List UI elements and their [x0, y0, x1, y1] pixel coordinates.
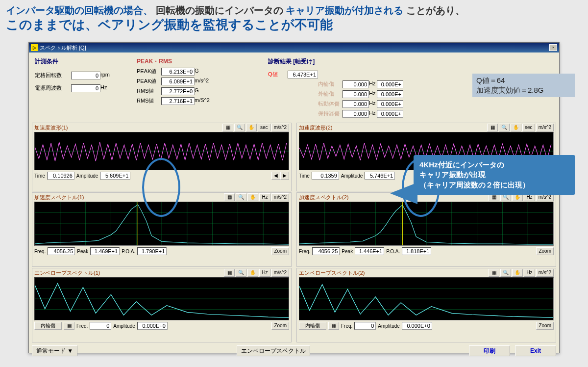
poa-field[interactable]: 1.790E+1 — [137, 247, 167, 255]
palette-icon[interactable]: ▦ — [224, 193, 235, 201]
inner-ring-button[interactable]: 内輪傷 — [299, 322, 326, 330]
peak-label: Peak — [77, 249, 88, 254]
annotation-carrier: 4KHz付近にインバータの キャリア振動が出現 （キャリア周波数の２倍に出現） — [414, 155, 575, 195]
hand-icon[interactable]: ✋ — [246, 124, 257, 131]
plot-envelope-1[interactable] — [34, 277, 289, 320]
chart-envelope-1: エンベロープスペクトル(1) ▦ 🔍 ✋ Hz m/s^2 内輪傷 — [32, 268, 292, 342]
time-label: Time — [34, 173, 45, 179]
annotation-q-line2: 加速度実効値＝2.8G — [476, 85, 571, 95]
headline-part3: キャリア振動が付加される — [286, 5, 403, 16]
zoom-icon[interactable]: 🔍 — [499, 124, 510, 131]
pwr-field[interactable]: 0 — [71, 84, 100, 92]
palette-icon[interactable]: ▦ — [489, 269, 499, 277]
freq-field[interactable]: 0 — [354, 322, 376, 330]
amp-field[interactable]: 5.746E+1 — [365, 172, 395, 180]
headline: インバータ駆動の回転機の場合、 回転機の振動にインバータの キャリア振動が付加さ… — [0, 0, 588, 35]
peak-label: PEAK値 — [137, 78, 161, 85]
freq-field[interactable]: 0 — [90, 322, 111, 330]
inner-ring-button[interactable]: 内輪傷 — [34, 322, 62, 330]
unit-amp-btn[interactable]: m/s^2 — [536, 269, 554, 277]
plot-envelope-2[interactable] — [299, 277, 554, 320]
zoom-button[interactable]: Zoom — [271, 322, 289, 330]
annotation-carrier-line3: （キャリア周波数の２倍に出現） — [419, 180, 569, 190]
diag-hz-field[interactable]: 0.000 — [343, 90, 369, 98]
palette-icon[interactable]: ▦ — [222, 124, 233, 131]
mode-dropdown[interactable]: 通常モード ▼ — [32, 345, 77, 356]
chart-envelope-2: エンベロープスペクトル(2) ▦ 🔍 ✋ Hz m/s^2 内輪傷 — [296, 268, 556, 342]
hand-icon[interactable]: ✋ — [511, 124, 521, 131]
hand-icon[interactable]: ✋ — [247, 269, 258, 277]
nav-left-icon[interactable]: ◀ — [271, 172, 280, 180]
zoom-icon[interactable]: 🔍 — [500, 269, 511, 277]
chart-spectrum-1: 加速度スペクトル(1) ▦ 🔍 ✋ Hz m/s^2 — [32, 192, 292, 267]
unit-amp-btn[interactable]: m/s^2 — [271, 193, 289, 201]
zoom-icon[interactable]: 🔍 — [236, 193, 246, 201]
freq-field[interactable]: 4056.25 — [312, 247, 340, 255]
exit-button[interactable]: Exit — [515, 345, 556, 356]
hand-icon[interactable]: ✋ — [247, 193, 258, 201]
unit-time-btn[interactable]: sec — [522, 124, 535, 131]
diag-amp-field[interactable]: 0.000E+ — [377, 90, 403, 98]
print-button[interactable]: 印刷 — [469, 345, 510, 356]
peak-value-field[interactable]: 6.089E+1 — [161, 78, 195, 85]
diag-amp-field[interactable]: 0.000E+ — [377, 100, 403, 108]
zoom-button[interactable]: Zoom — [271, 247, 289, 255]
nav-right-icon[interactable]: ▶ — [280, 172, 289, 180]
diag-hz-field[interactable]: 0.000 — [343, 100, 369, 108]
close-icon[interactable]: × — [549, 44, 557, 51]
amp-label: Amplitude — [76, 173, 98, 179]
plot-spectrum-2[interactable] — [299, 202, 554, 246]
palette-icon[interactable]: ▦ — [328, 322, 339, 330]
unit-amp-btn[interactable]: m/s^2 — [536, 124, 554, 131]
diag-name: 転動体傷 — [318, 100, 343, 108]
time-field[interactable]: 0.1359 — [312, 172, 339, 180]
zoom-icon[interactable]: 🔍 — [234, 124, 245, 131]
unit-amp-btn[interactable]: m/s^2 — [271, 269, 289, 277]
diag-hz-field[interactable]: 0.000 — [343, 110, 369, 118]
headline-part2: 回転機の振動にインバータの — [156, 5, 283, 16]
unit-time-btn[interactable]: sec — [258, 124, 270, 131]
peak-value-field[interactable]: 2.772E+0 — [161, 87, 195, 95]
annotation-carrier-line2: キャリア振動が出現 — [419, 170, 569, 180]
peak-value-field[interactable]: 6.213E+0 — [161, 68, 195, 76]
diag-hz-field[interactable]: 0.000 — [343, 80, 369, 88]
q-value-field[interactable]: 6.473E+1 — [288, 71, 318, 79]
peak-unit: m/s^2 — [195, 78, 214, 85]
chart-wave-1: 加速度波形(1) ▦ 🔍 ✋ sec m/s^2 Time 0.10926 Am… — [32, 123, 292, 191]
palette-icon[interactable]: ▦ — [487, 124, 498, 131]
peak-value-field[interactable]: 2.716E+1 — [161, 97, 195, 105]
pwr-unit: Hz — [100, 84, 112, 92]
envelope-spectrum-button[interactable]: エンベロープスペクトル — [237, 345, 310, 356]
time-field[interactable]: 0.10926 — [47, 172, 74, 180]
rpm-unit: rpm — [100, 72, 112, 79]
amp-field[interactable]: 0.000E+0 — [402, 322, 432, 330]
peak-field[interactable]: 1.446E+1 — [355, 247, 384, 255]
peak-label: PEAK値 — [137, 68, 161, 76]
unit-freq-btn[interactable]: Hz — [524, 269, 535, 277]
plot-wave-1[interactable] — [34, 132, 289, 170]
titlebar[interactable]: ▷ スペクトル解析 [Q] × — [29, 43, 559, 52]
zoom-button[interactable]: Zoom — [536, 247, 554, 255]
hand-icon[interactable]: ✋ — [512, 269, 523, 277]
freq-field[interactable]: 4056.25 — [48, 247, 75, 255]
plot-spectrum-1[interactable] — [34, 202, 289, 246]
peak-label: RMS値 — [137, 97, 161, 105]
palette-icon[interactable]: ▦ — [64, 322, 74, 330]
diag-amp-field[interactable]: 0.000E+ — [377, 110, 403, 118]
zoom-button[interactable]: Zoom — [536, 322, 554, 330]
amp-field[interactable]: 0.000E+0 — [137, 322, 168, 330]
unit-amp-btn[interactable]: m/s^2 — [271, 124, 289, 131]
peak-field[interactable]: 1.469E+1 — [90, 247, 120, 255]
diag-unit: Hz — [369, 90, 377, 98]
amp-label: Amplitude — [113, 323, 135, 329]
unit-freq-btn[interactable]: Hz — [259, 193, 270, 201]
diag-unit: Hz — [369, 100, 377, 108]
freq-label: Freq. — [34, 249, 46, 254]
palette-icon[interactable]: ▦ — [224, 269, 235, 277]
diag-amp-field[interactable]: 0.000E+ — [377, 80, 403, 88]
zoom-icon[interactable]: 🔍 — [236, 269, 246, 277]
unit-freq-btn[interactable]: Hz — [259, 269, 270, 277]
rpm-field[interactable]: 0 — [71, 72, 100, 79]
amp-field[interactable]: 5.609E+1 — [100, 172, 130, 180]
poa-field[interactable]: 1.818E+1 — [402, 247, 431, 255]
